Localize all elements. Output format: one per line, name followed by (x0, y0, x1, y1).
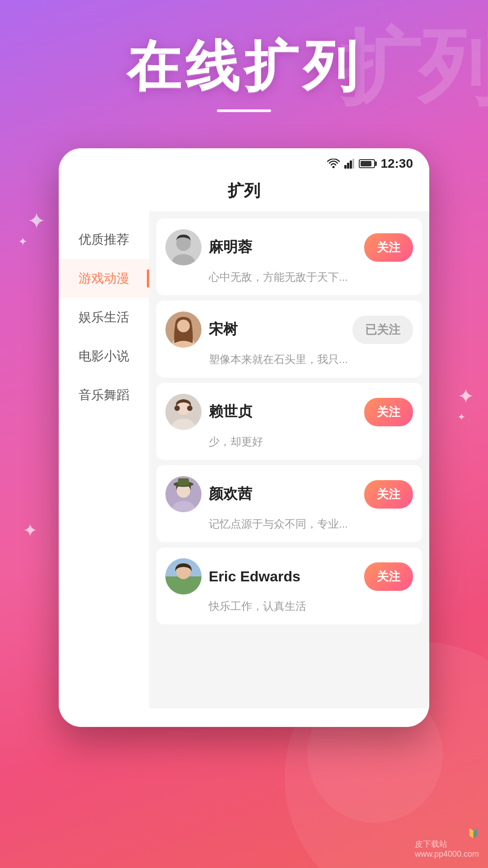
sparkle-4: ✦ (457, 411, 465, 423)
page-title: 在线扩列 (0, 36, 488, 96)
sparkle-3: ✦ (457, 384, 474, 408)
user-card-4: 颜欢茜 关注 记忆点源于与众不同，专业... (156, 465, 422, 542)
battery-icon (359, 159, 375, 168)
user-card-1-top: 麻明蓉 关注 (165, 229, 413, 265)
user-list: 麻明蓉 关注 心中无敌，方能无敌于天下... (149, 211, 429, 708)
watermark-icon: 🔰 (415, 828, 479, 839)
user-card-1: 麻明蓉 关注 心中无敌，方能无敌于天下... (156, 218, 422, 295)
follow-button-3[interactable]: 关注 (364, 398, 413, 426)
user-avatar-3 (165, 394, 202, 430)
sidebar-item-music-dance[interactable]: 音乐舞蹈 (59, 376, 149, 415)
user-bio-1: 心中无敌，方能无敌于天下... (165, 270, 413, 284)
sparkle-5: ✦ (23, 520, 38, 541)
sidebar-item-recommend[interactable]: 优质推荐 (59, 220, 149, 259)
user-avatar-5 (165, 558, 202, 594)
avatar-svg-3 (165, 394, 202, 430)
avatar-svg-1 (165, 229, 202, 265)
user-avatar-2 (165, 311, 202, 348)
content-area: 优质推荐 游戏动漫 娱乐生活 电影小说 音乐舞蹈 (59, 211, 429, 708)
app-bar: 扩列 (59, 175, 429, 211)
user-bio-4: 记忆点源于与众不同，专业... (165, 517, 413, 531)
svg-point-11 (177, 320, 190, 332)
svg-point-15 (174, 406, 180, 411)
sparkle-1: ✦ (27, 208, 46, 234)
user-card-2-top: 宋树 已关注 (165, 311, 413, 348)
svg-rect-2 (347, 163, 349, 169)
user-name-3: 赖世贞 (209, 402, 357, 422)
user-card-5-top: Eric Edwards 关注 (165, 558, 413, 594)
user-card-3: 赖世贞 关注 少，却更好 (156, 383, 422, 460)
sidebar: 优质推荐 游戏动漫 娱乐生活 电影小说 音乐舞蹈 (59, 211, 149, 708)
follow-button-1[interactable]: 关注 (364, 233, 413, 262)
sparkle-2: ✦ (18, 235, 28, 248)
user-bio-2: 塑像本来就在石头里，我只... (165, 352, 413, 367)
user-name-5: Eric Edwards (209, 568, 357, 585)
status-bar: 12:30 (59, 148, 429, 175)
app-bar-title: 扩列 (228, 181, 260, 200)
sidebar-item-game-anime[interactable]: 游戏动漫 (59, 259, 149, 298)
user-avatar-1 (165, 229, 202, 265)
svg-point-16 (187, 406, 192, 411)
user-name-1: 麻明蓉 (209, 237, 357, 257)
user-name-4: 颜欢茜 (209, 484, 357, 504)
status-time: 12:30 (380, 156, 413, 171)
avatar-svg-4 (165, 476, 202, 512)
header-divider (217, 109, 271, 112)
sidebar-item-movie-novel[interactable]: 电影小说 (59, 337, 149, 376)
follow-button-5[interactable]: 关注 (364, 562, 413, 591)
user-bio-3: 少，却更好 (165, 434, 413, 449)
avatar-svg-2 (165, 311, 202, 348)
follow-button-4[interactable]: 关注 (364, 480, 413, 509)
user-card-2: 宋树 已关注 塑像本来就在石头里，我只... (156, 301, 422, 377)
svg-rect-21 (178, 478, 189, 486)
user-card-3-top: 赖世贞 关注 (165, 394, 413, 430)
avatar-svg-5 (165, 558, 202, 594)
follow-button-2[interactable]: 已关注 (352, 316, 413, 344)
svg-rect-3 (350, 160, 352, 169)
watermark: 🔰 皮下载站www.pp4000.com (415, 828, 479, 859)
phone-frame: 12:30 扩列 优质推荐 游戏动漫 娱乐生活 电影小说 音乐舞蹈 (59, 148, 429, 727)
sidebar-item-entertainment[interactable]: 娱乐生活 (59, 298, 149, 337)
signal-icon (344, 159, 354, 169)
svg-point-0 (333, 166, 335, 168)
user-bio-5: 快乐工作，认真生活 (165, 599, 413, 613)
header: 在线扩列 (0, 0, 488, 130)
svg-rect-4 (352, 159, 354, 169)
user-card-5: Eric Edwards 关注 快乐工作，认真生活 (156, 547, 422, 624)
user-card-4-top: 颜欢茜 关注 (165, 476, 413, 512)
battery-fill (361, 161, 371, 166)
svg-rect-1 (344, 165, 347, 169)
user-avatar-4 (165, 476, 202, 512)
status-icons (327, 159, 375, 169)
watermark-text: 皮下载站www.pp4000.com (415, 839, 479, 859)
wifi-icon (327, 159, 340, 169)
user-name-2: 宋树 (209, 320, 345, 340)
